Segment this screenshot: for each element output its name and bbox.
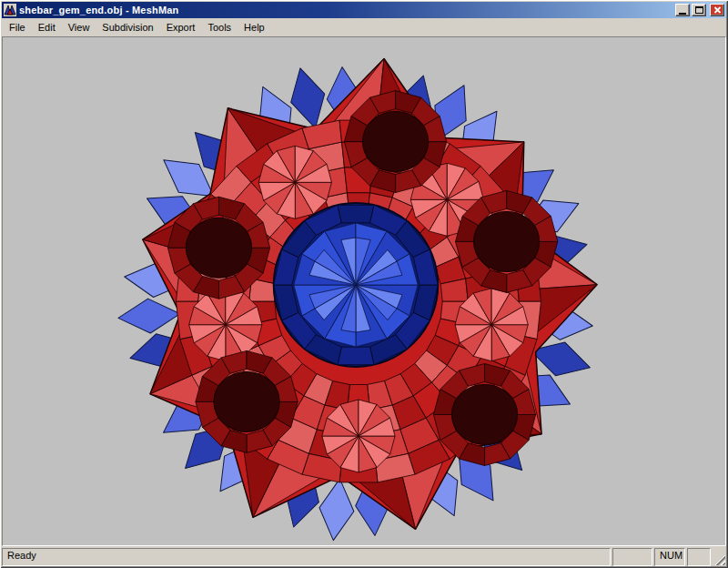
menu-export[interactable]: Export [160, 20, 202, 36]
window-title: shebar_gem_end.obj - MeshMan [19, 2, 675, 18]
menu-file[interactable]: File [3, 20, 32, 36]
app-window: shebar_gem_end.obj - MeshMan File Edit V… [0, 0, 728, 568]
meshman-app-icon [4, 4, 16, 16]
status-bar: Ready NUM [2, 546, 726, 566]
menu-subdivision[interactable]: Subdivision [96, 20, 159, 36]
menu-tools[interactable]: Tools [201, 20, 238, 36]
status-panel-caps [612, 548, 652, 566]
menu-edit[interactable]: Edit [32, 20, 62, 36]
close-icon[interactable] [710, 4, 724, 16]
menu-bar: File Edit View Subdivision Export Tools … [2, 18, 726, 36]
window-controls [675, 4, 724, 16]
title-bar[interactable]: shebar_gem_end.obj - MeshMan [2, 2, 726, 18]
maximize-icon[interactable] [692, 4, 706, 16]
status-message: Ready [2, 548, 611, 566]
status-num-indicator: NUM [654, 548, 685, 566]
resize-grip-icon[interactable] [713, 548, 726, 566]
status-panel-scrl [687, 548, 711, 566]
menu-view[interactable]: View [62, 20, 96, 36]
minimize-icon[interactable] [675, 4, 690, 16]
mesh-3d-model [3, 37, 725, 545]
viewport-3d[interactable] [2, 36, 726, 546]
menu-help[interactable]: Help [238, 20, 271, 36]
